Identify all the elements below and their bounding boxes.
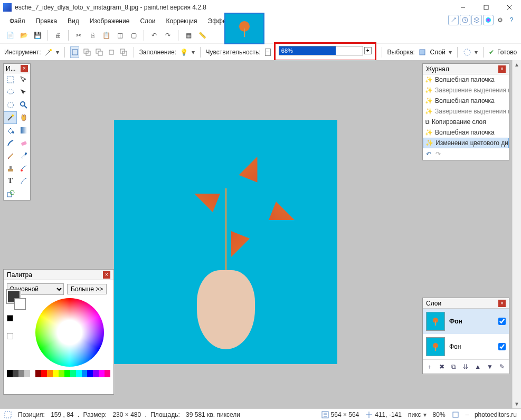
menu-layers[interactable]: Слои	[135, 16, 160, 26]
vertical-scrollbar[interactable]: ▲ ▼	[512, 60, 521, 408]
selection-subtract-mode[interactable]	[94, 46, 103, 58]
layer-merge-icon[interactable]: ⇊	[461, 362, 470, 371]
copy-icon[interactable]: ⎘	[87, 30, 98, 41]
print-icon[interactable]: 🖨	[52, 30, 64, 41]
history-item[interactable]: ✨Изменение цветового диапазона	[423, 138, 509, 148]
history-item[interactable]: ✨Волшебная палочка	[423, 127, 509, 138]
sample-dropdown-arrow[interactable]: ▾	[449, 49, 452, 56]
history-item[interactable]: ✨Волшебная палочка	[423, 74, 509, 85]
crop-icon[interactable]: ◫	[114, 30, 126, 41]
grid-icon[interactable]: ▦	[183, 30, 194, 41]
history-redo-icon[interactable]: ↷	[435, 150, 441, 158]
tool-clone[interactable]	[4, 162, 17, 175]
new-icon[interactable]: 📄	[4, 30, 16, 41]
tool-recolor[interactable]	[17, 162, 30, 175]
sample-mode-text[interactable]: Слой	[430, 49, 446, 56]
menu-edit[interactable]: Правка	[31, 16, 63, 26]
scroll-up-arrow[interactable]: ▲	[513, 60, 521, 69]
layer-properties-icon[interactable]: ✎	[497, 362, 507, 371]
color-wheel[interactable]	[35, 298, 104, 367]
tool-eraser[interactable]	[17, 137, 30, 149]
layer-row[interactable]: Фон	[423, 334, 509, 359]
status-zoom[interactable]: 80%	[433, 411, 446, 418]
history-panel-header[interactable]: Журнал ×	[423, 64, 509, 74]
commit-button[interactable]: Готово	[497, 49, 517, 56]
tool-pan[interactable]	[17, 111, 30, 124]
palette-panel-header[interactable]: Палитра ×	[4, 270, 113, 280]
palette-panel-close[interactable]: ×	[103, 271, 110, 279]
history-item[interactable]: ✨Завершение выделения палочкой	[423, 106, 509, 117]
palette-strip[interactable]	[7, 370, 110, 377]
status-units[interactable]: пикс ▾	[408, 411, 427, 418]
menu-file[interactable]: Файл	[4, 16, 31, 26]
tool-ellipse-select[interactable]	[4, 99, 17, 111]
document-thumbnail[interactable]	[224, 13, 264, 44]
tool-gradient[interactable]	[17, 124, 30, 137]
layer-up-icon[interactable]: ▲	[473, 362, 482, 371]
selection-replace-mode[interactable]	[70, 46, 79, 58]
fill-mode-icon[interactable]: 💡	[179, 46, 188, 58]
layers-panel-close[interactable]: ×	[498, 300, 506, 307]
tool-pencil[interactable]	[4, 149, 17, 162]
layer-duplicate-icon[interactable]: ⧉	[449, 362, 459, 371]
tool-fill[interactable]	[4, 124, 17, 137]
layers-panel-header[interactable]: Слои ×	[423, 298, 509, 309]
history-window-toggle[interactable]	[460, 15, 470, 25]
tool-shapes[interactable]	[4, 187, 17, 200]
minimize-button[interactable]	[451, 0, 475, 15]
paste-icon[interactable]: 📋	[100, 30, 112, 41]
deselect-icon[interactable]: ▢	[128, 30, 139, 41]
tool-color-picker[interactable]	[17, 149, 30, 162]
tool-brush[interactable]	[4, 137, 17, 149]
tolerance-minus[interactable]: −	[265, 49, 271, 56]
menu-view[interactable]: Вид	[62, 16, 84, 26]
tool-line[interactable]	[17, 175, 30, 187]
fill-dropdown-arrow[interactable]: ▾	[192, 49, 195, 56]
tools-window-toggle[interactable]	[448, 15, 459, 25]
layers-window-toggle[interactable]	[471, 15, 482, 25]
current-tool-icon[interactable]	[44, 46, 53, 58]
history-item[interactable]: ✨Волшебная палочка	[423, 96, 509, 106]
tool-zoom[interactable]	[17, 99, 30, 111]
history-item[interactable]: ⧉Копирование слоя	[423, 117, 509, 127]
tolerance-plus[interactable]: +	[364, 47, 372, 54]
layer-row[interactable]: Фон	[423, 309, 509, 334]
palette-more-button[interactable]: Больше >>	[67, 284, 107, 294]
help-icon[interactable]: ?	[506, 15, 517, 25]
undo-icon[interactable]: ↶	[148, 30, 160, 41]
sample-shape-arrow[interactable]: ▾	[475, 49, 478, 56]
scroll-down-arrow[interactable]: ▼	[513, 399, 521, 408]
history-item[interactable]: ✨Завершение выделения палочкой	[423, 85, 509, 96]
layer-visibility-checkbox[interactable]	[498, 318, 506, 325]
tool-move-pixels[interactable]	[17, 86, 30, 99]
tool-lasso[interactable]	[4, 86, 17, 99]
layer-delete-icon[interactable]: ✖	[437, 362, 447, 371]
colors-window-toggle[interactable]	[483, 15, 494, 25]
status-zoom-fit-icon[interactable]	[452, 411, 459, 418]
tool-text[interactable]: T	[4, 175, 17, 187]
layer-visibility-checkbox[interactable]	[498, 343, 506, 350]
settings-icon[interactable]: ⚙	[495, 15, 505, 25]
canvas[interactable]	[114, 120, 337, 364]
layer-new-icon[interactable]: ＋	[425, 362, 434, 371]
tool-move-selection[interactable]	[17, 73, 30, 86]
tools-panel-header[interactable]: И... ×	[4, 64, 30, 73]
sample-shape-icon[interactable]	[463, 46, 472, 58]
redo-icon[interactable]: ↷	[162, 30, 174, 41]
cut-icon[interactable]: ✂	[73, 30, 84, 41]
layer-down-icon[interactable]: ▼	[485, 362, 495, 371]
save-icon[interactable]: 💾	[32, 30, 43, 41]
history-undo-icon[interactable]: ↶	[426, 150, 431, 158]
menu-adjust[interactable]: Коррекция	[161, 16, 203, 26]
history-panel-close[interactable]: ×	[498, 65, 506, 73]
tool-magic-wand[interactable]	[4, 111, 17, 124]
close-button[interactable]	[498, 0, 521, 15]
tool-rect-select[interactable]	[4, 73, 17, 86]
tool-dropdown-arrow[interactable]: ▾	[56, 49, 59, 56]
open-icon[interactable]: 📂	[18, 30, 30, 41]
menu-image[interactable]: Изображение	[84, 16, 135, 26]
tools-panel-close[interactable]: ×	[21, 65, 28, 72]
selection-intersect-mode[interactable]	[107, 46, 116, 58]
palette-swatches[interactable]	[7, 290, 21, 339]
tolerance-slider[interactable]: 68%	[279, 46, 363, 55]
